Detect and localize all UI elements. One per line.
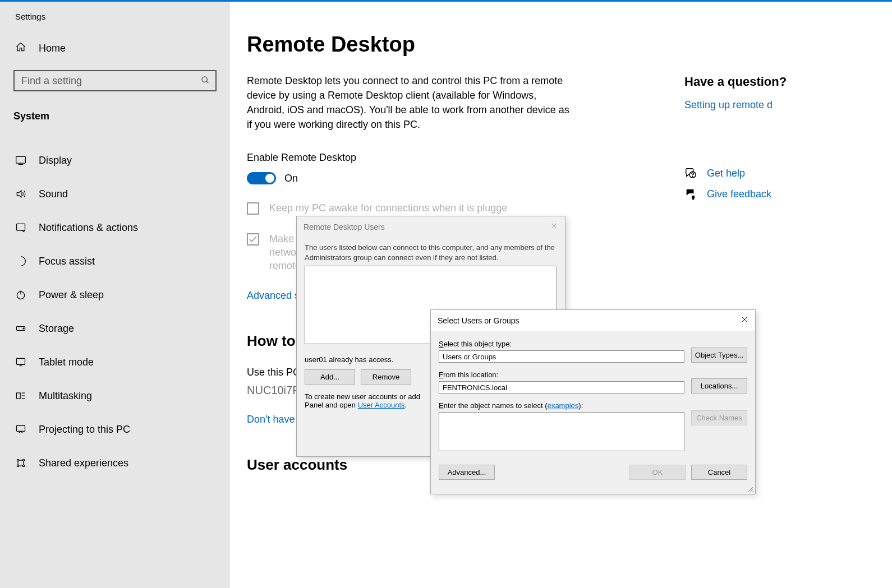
power-icon: [15, 289, 26, 300]
sound-icon: [15, 188, 26, 200]
sidebar-item-multitasking[interactable]: Multitasking: [0, 379, 230, 413]
close-icon[interactable]: [550, 222, 558, 232]
sidebar-item-label: Focus assist: [39, 256, 95, 267]
sidebar-item-label: Display: [39, 155, 72, 166]
shared-icon: [15, 457, 26, 469]
object-type-field[interactable]: [439, 350, 684, 363]
sidebar-item-notifications[interactable]: Notifications & actions: [0, 211, 230, 244]
feedback-icon: [684, 188, 697, 200]
object-type-label: Select this object type:: [439, 336, 684, 350]
sidebar-item-sound[interactable]: Sound: [0, 177, 230, 211]
toggle-state: On: [284, 173, 298, 184]
rail-get-help-label: Get help: [707, 168, 745, 179]
rail-setup-link[interactable]: Setting up remote d: [684, 99, 892, 111]
svg-point-12: [22, 465, 24, 466]
help-icon: [684, 167, 697, 179]
dialog-description: The users listed below can connect to th…: [305, 243, 557, 262]
home-icon: [15, 41, 26, 55]
svg-point-5: [23, 328, 24, 329]
examples-link[interactable]: examples: [548, 401, 579, 410]
rail-feedback[interactable]: Give feedback: [684, 179, 892, 200]
svg-rect-8: [17, 425, 25, 431]
advanced-settings-link[interactable]: Advanced s: [247, 290, 300, 301]
svg-rect-1: [16, 156, 26, 163]
svg-rect-6: [17, 358, 25, 364]
sidebar-item-display[interactable]: Display: [0, 143, 230, 177]
svg-point-11: [17, 465, 19, 466]
section-label: System: [0, 91, 230, 128]
svg-rect-7: [17, 393, 21, 399]
app-title: Settings: [0, 2, 230, 31]
search-input[interactable]: [20, 75, 201, 87]
rail-get-help[interactable]: Get help: [684, 159, 892, 179]
sidebar-item-label: Projecting to this PC: [39, 424, 130, 436]
sidebar-item-tablet[interactable]: Tablet mode: [0, 345, 230, 379]
sidebar-item-label: Shared experiences: [39, 457, 128, 469]
svg-point-10: [22, 459, 24, 461]
locations-button[interactable]: Locations...: [691, 378, 747, 393]
dialog-titlebar[interactable]: Select Users or Groups: [431, 310, 755, 331]
tablet-icon: [15, 356, 26, 368]
svg-point-14: [692, 176, 693, 177]
page-description: Remote Desktop lets you connect to and c…: [247, 73, 572, 132]
object-names-textarea[interactable]: [439, 412, 684, 451]
location-label: From this location:: [439, 367, 684, 381]
ok-button[interactable]: OK: [629, 465, 686, 480]
dialog-title: Remote Desktop Users: [304, 223, 385, 232]
home-label: Home: [39, 43, 66, 54]
check-names-button[interactable]: Check Names: [691, 410, 747, 425]
rail-feedback-label: Give feedback: [707, 188, 771, 200]
enable-toggle[interactable]: [247, 172, 276, 184]
user-accounts-link[interactable]: User Accounts: [358, 401, 405, 409]
sidebar-item-focus[interactable]: Focus assist: [0, 244, 230, 278]
help-rail: Have a question? Setting up remote d Get…: [684, 2, 892, 200]
home-nav[interactable]: Home: [0, 31, 230, 66]
keep-awake-checkbox[interactable]: [247, 202, 259, 215]
multitasking-icon: [15, 390, 26, 401]
location-field[interactable]: [439, 381, 684, 393]
rail-question-heading: Have a question?: [684, 75, 892, 99]
sidebar-item-power[interactable]: Power & sleep: [0, 278, 230, 312]
svg-point-9: [17, 459, 19, 461]
notifications-icon: [15, 222, 26, 233]
svg-rect-16: [692, 198, 695, 200]
network-discover-checkbox[interactable]: [247, 233, 259, 246]
object-types-button[interactable]: Object Types...: [691, 348, 747, 363]
cancel-button[interactable]: Cancel: [691, 465, 747, 480]
display-icon: [15, 155, 26, 166]
search-input-wrap[interactable]: [13, 70, 217, 91]
names-label: Enter the object names to select (exampl…: [439, 398, 684, 412]
dialog-title: Select Users or Groups: [438, 316, 519, 325]
add-user-button[interactable]: Add...: [305, 369, 355, 385]
remove-user-button[interactable]: Remove: [361, 369, 411, 385]
svg-point-0: [202, 77, 207, 82]
select-users-dialog: Select Users or Groups Select this objec…: [430, 309, 756, 494]
sidebar-item-label: Multitasking: [39, 390, 92, 402]
search-icon: [201, 76, 210, 86]
resize-grip-icon[interactable]: [747, 486, 754, 493]
sidebar-item-storage[interactable]: Storage: [0, 312, 230, 345]
svg-rect-2: [17, 224, 25, 230]
settings-sidebar: Settings Home System Display Sound Notif…: [0, 2, 230, 588]
keep-awake-label: Keep my PC awake for connections when it…: [269, 201, 507, 215]
close-icon[interactable]: [741, 316, 748, 325]
advanced-button[interactable]: Advanced...: [439, 465, 495, 480]
sidebar-item-label: Tablet mode: [39, 356, 94, 368]
sidebar-item-projecting[interactable]: Projecting to this PC: [0, 413, 230, 446]
projecting-icon: [15, 424, 26, 435]
storage-icon: [15, 323, 26, 334]
sidebar-item-label: Storage: [39, 323, 74, 335]
dialog-titlebar[interactable]: Remote Desktop Users: [297, 216, 565, 237]
sidebar-item-label: Sound: [39, 188, 68, 200]
sidebar-item-label: Power & sleep: [39, 289, 104, 301]
sidebar-item-label: Notifications & actions: [39, 222, 138, 234]
dont-have-link[interactable]: Don't have: [247, 414, 295, 425]
sidebar-item-shared[interactable]: Shared experiences: [0, 446, 230, 480]
focus-icon: [15, 256, 26, 267]
